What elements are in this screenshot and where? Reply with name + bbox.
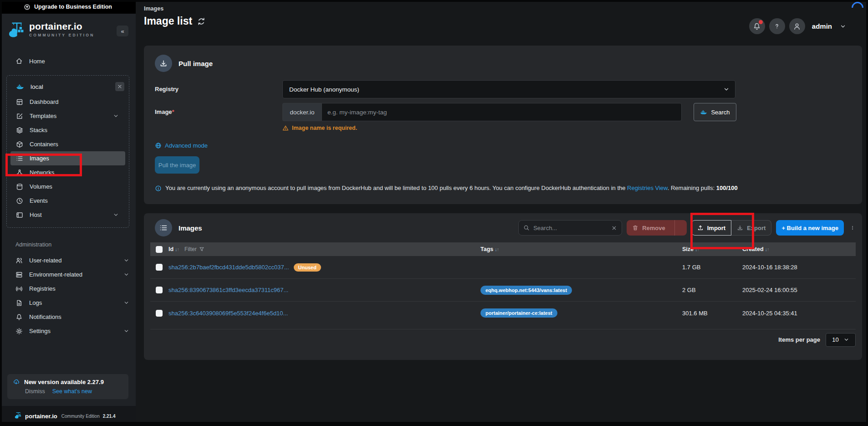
sidebar-item-volumes[interactable]: Volumes: [7, 180, 129, 194]
sidebar-item-settings[interactable]: Settings: [0, 324, 136, 338]
sidebar-item-images[interactable]: Images: [10, 151, 125, 165]
environment-close-button[interactable]: [115, 82, 124, 91]
items-per-page-label: Items per page: [778, 336, 820, 343]
docker-whale-icon: [700, 108, 707, 116]
image-name-input[interactable]: [322, 103, 682, 121]
edit-icon: [16, 113, 23, 120]
upload-icon: [697, 225, 704, 231]
filter-label[interactable]: Filter: [184, 246, 197, 252]
sidebar-item-label: Notifications: [29, 313, 61, 320]
divider: [674, 220, 675, 236]
images-panel: Images Remove: [144, 213, 862, 360]
clear-search-icon[interactable]: [611, 225, 617, 231]
export-label: Export: [747, 225, 766, 231]
column-header-created[interactable]: Created ↓↑: [742, 246, 856, 252]
environment-local[interactable]: local: [7, 78, 129, 95]
remaining-pulls-value: 100/100: [716, 185, 738, 191]
chevron-down-icon[interactable]: [840, 23, 846, 30]
search-button-label: Search: [711, 109, 730, 116]
notifications-button[interactable]: [749, 18, 765, 34]
row-checkbox[interactable]: [156, 264, 163, 271]
images-search: [518, 220, 622, 236]
sidebar-item-events[interactable]: Events: [7, 194, 129, 208]
build-new-image-button[interactable]: + Build a new image: [776, 220, 844, 236]
chevron-down-icon: [123, 257, 129, 263]
column-header-tags[interactable]: Tags ↓↑: [480, 246, 682, 252]
sidebar-item-stacks[interactable]: Stacks: [7, 123, 129, 137]
image-id-link[interactable]: sha256:8390673861c3ffd3eecda37311c967...: [168, 287, 288, 293]
trash-icon: [632, 225, 638, 231]
chevron-down-icon: [113, 212, 119, 218]
refresh-icon[interactable]: [197, 17, 205, 26]
sidebar-item-label: Images: [30, 155, 49, 162]
help-button[interactable]: [769, 18, 785, 34]
bell-icon: [15, 313, 23, 321]
sidebar-item-label: Dashboard: [30, 98, 59, 105]
chevron-down-icon[interactable]: [679, 225, 687, 231]
sidebar-item-home[interactable]: Home: [0, 54, 136, 68]
import-button[interactable]: Import: [691, 220, 731, 236]
items-per-page-select[interactable]: 10: [826, 333, 856, 347]
image-created: 2024-10-16 18:38:28: [742, 264, 856, 271]
sidebar-item-logs[interactable]: Logs: [0, 296, 136, 310]
see-whats-new-link[interactable]: See what's new: [52, 388, 92, 395]
remove-label: Remove: [642, 225, 665, 231]
sidebar-item-label: Host: [30, 211, 42, 218]
brand-block: portainer.io COMMUNITY EDITION «: [0, 14, 136, 43]
avatar[interactable]: [789, 18, 805, 34]
warning-icon: [282, 125, 289, 131]
row-checkbox[interactable]: [156, 310, 163, 317]
image-id-link[interactable]: sha256:3c6403908069f5e553f24e4f6e5d10...: [168, 310, 288, 317]
sidebar-item-host[interactable]: Host: [7, 208, 129, 222]
info-text: You are currently using an anonymous acc…: [165, 185, 627, 191]
dockerhub-info: You are currently using an anonymous acc…: [155, 185, 851, 192]
select-all-checkbox[interactable]: [156, 246, 163, 253]
download-icon: [159, 59, 168, 67]
row-checkbox[interactable]: [156, 287, 163, 293]
sidebar-item-label: Volumes: [30, 183, 52, 190]
sidebar-item-environment-related[interactable]: Environment-related: [0, 267, 136, 282]
filter-funnel-icon[interactable]: [199, 246, 204, 252]
sidebar-item-label: Environment-related: [29, 271, 82, 278]
main-content: Images Image list admin Pull image Regis…: [136, 0, 868, 426]
upgrade-button[interactable]: Upgrade to Business Edition: [0, 0, 136, 14]
sidebar-item-templates[interactable]: Templates: [7, 109, 129, 123]
sidebar-item-dashboard[interactable]: Dashboard: [7, 95, 129, 109]
new-version-title: New version available 2.27.9: [24, 379, 104, 385]
sidebar-item-containers[interactable]: Containers: [7, 137, 129, 151]
breadcrumb[interactable]: Images: [144, 5, 163, 12]
user-menu[interactable]: admin: [812, 22, 832, 30]
registry-select[interactable]: Docker Hub (anonymous): [282, 80, 735, 98]
image-id-link[interactable]: sha256:2b7baef2fbcd431dde5db5802cc037...: [168, 264, 289, 271]
registries-view-link[interactable]: Registries View: [627, 185, 668, 191]
user-icon: [793, 22, 801, 31]
list-icon: [16, 155, 23, 162]
advanced-mode-link[interactable]: Advanced mode: [155, 142, 208, 149]
pull-image-button[interactable]: Pull the image: [155, 156, 199, 174]
sidebar-item-notifications[interactable]: Notifications: [0, 310, 136, 324]
layers-icon: [16, 127, 23, 134]
images-search-input[interactable]: [533, 225, 608, 231]
download-icon: [737, 225, 743, 231]
image-search-button[interactable]: Search: [694, 103, 736, 121]
sidebar-item-user-related[interactable]: User-related: [0, 253, 136, 267]
registry-selected-value: Docker Hub (anonymous): [289, 86, 359, 93]
sidebar-item-networks[interactable]: Networks: [7, 165, 129, 180]
sidebar-item-registries[interactable]: Registries: [0, 282, 136, 296]
kebab-menu-icon[interactable]: [848, 224, 856, 231]
dismiss-link[interactable]: Dismiss: [25, 388, 45, 395]
remove-button[interactable]: Remove: [627, 220, 687, 236]
box-icon: [16, 141, 23, 148]
export-button[interactable]: Export: [731, 220, 771, 236]
clock-icon: [16, 197, 23, 205]
sidebar-collapse-button[interactable]: «: [117, 26, 128, 36]
column-header-id[interactable]: Id ↓↑ Filter: [168, 246, 480, 252]
page-title: Image list: [144, 15, 192, 27]
image-required-warning: Image name is required.: [282, 125, 851, 131]
brand-name: portainer.io: [29, 21, 95, 32]
table-row: sha256:3c6403908069f5e553f24e4f6e5d10...…: [150, 302, 856, 324]
chevron-down-icon: [123, 272, 129, 277]
column-header-size[interactable]: Size ↓↑: [682, 246, 742, 252]
sidebar-item-label: Registries: [29, 285, 56, 292]
image-created: 2024-10-25 04:35:41: [742, 310, 856, 317]
